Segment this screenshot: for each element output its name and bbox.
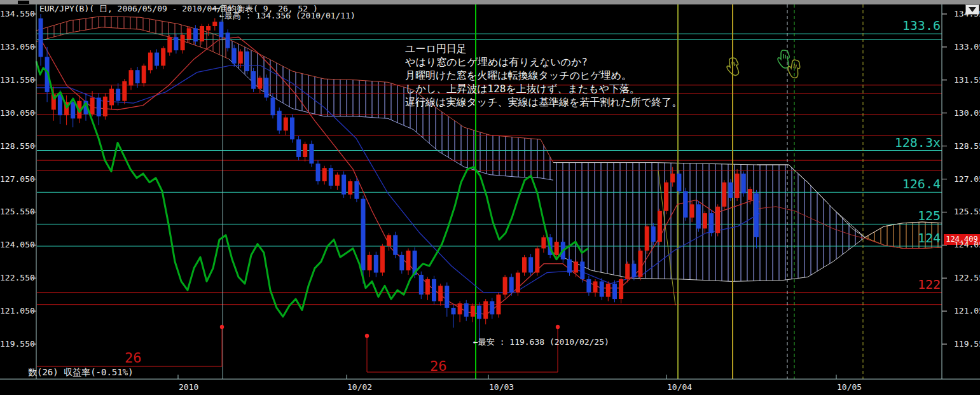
level-label-teal: 133.6 [902,19,941,32]
level-label-teal: 128.3x [895,136,941,149]
price-axis-label-right: 122.550 [954,273,980,283]
level-label-teal: 124 [918,232,941,244]
price-axis-label-left: 119.550 [0,339,30,349]
hand-pointer-icon [778,50,789,68]
annotation-line: しかし、上昇波は128を上抜けず、またもや下落。 [405,82,682,95]
price-axis-label-left: 131.550 [0,75,30,85]
low-marker-label: ←最安 : 119.638 (2010/02/25) [473,338,609,347]
price-axis-label-left: 134.550 [0,9,30,19]
price-axis-label-left: 125.550 [0,207,30,217]
time-axis-label: 10/03 [489,382,514,392]
price-axis-label-right: 133.050 [954,42,980,52]
price-axis-label-right: 131.550 [954,75,980,85]
svg-text:26: 26 [430,358,447,374]
price-axis-label-left: 128.550 [0,141,30,151]
annotation-line: 月曜明けた窓を火曜は転換線タッチのヒゲ埋め。 [405,69,682,82]
price-axis-label-right: 134.550 [954,9,980,19]
chart-annotation: ユーロ円日足 やはり窓のヒゲ埋めは有りえないのか? 月曜明けた窓を火曜は転換線タ… [405,42,682,109]
time-axis-label: 10/04 [667,382,692,392]
price-axis-label-right: 130.050 [954,108,980,118]
svg-text:26: 26 [125,350,142,366]
annotation-line: やはり窓のヒゲ埋めは有りえないのか? [405,55,682,69]
price-axis-label-left: 133.050 [0,42,30,52]
price-axis-label-right: 124.050 [954,240,980,250]
level-label-teal: 125 [918,209,941,222]
price-axis-label-left: 130.050 [0,108,30,118]
level-label-teal: 126.4 [902,177,941,190]
price-axis-label-right: 119.550 [954,339,980,349]
scrollbar-notch [18,1,29,4]
price-axis-label-right: 128.550 [954,141,980,151]
time-axis-label: 10/02 [347,382,372,392]
hand-marks [726,50,801,78]
level-label-red: 122 [918,278,941,291]
price-axis-label-right: 125.550 [954,207,980,217]
annotation-line: ユーロ円日足 [405,42,682,55]
price-axis-label-left: 122.550 [0,273,30,283]
price-axis-label-right: 121.050 [954,306,980,316]
price-axis-label-right: 127.050 [954,174,980,184]
price-axis-label-left: 127.050 [0,174,30,184]
cycle-stats-label: 数(26) 収益率(-0.51%) [28,368,134,377]
time-axis-label: 2010 [179,382,198,392]
time-axis-label: 10/05 [837,382,862,392]
annotation-line: 遅行線は実線タッチ、実線は基準線を若干割れた所で終了。 [405,95,682,109]
price-axis-label-left: 121.050 [0,306,30,316]
high-marker-label: ←最高 : 134.356 (2010/01/11) [219,11,355,20]
price-axis-label-left: 124.050 [0,240,30,250]
